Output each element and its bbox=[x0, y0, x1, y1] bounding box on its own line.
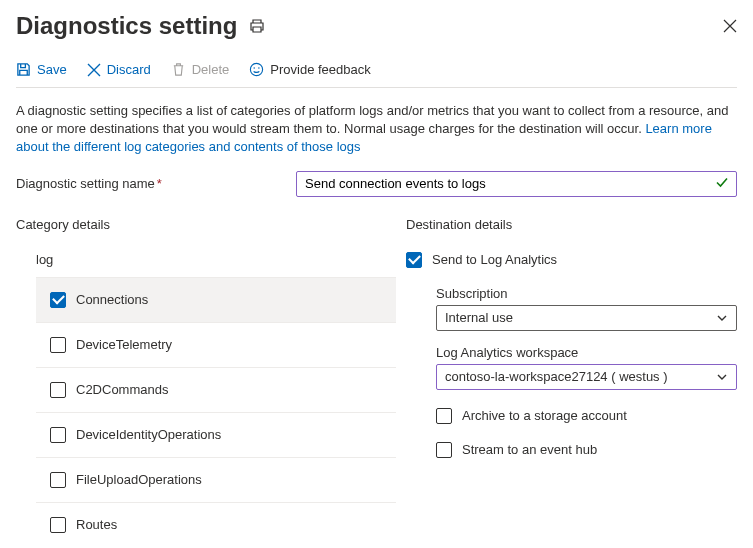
category-device-identity-operations[interactable]: DeviceIdentityOperations bbox=[36, 413, 396, 458]
category-label: FileUploadOperations bbox=[76, 472, 202, 487]
setting-name-input[interactable] bbox=[296, 171, 737, 197]
checkbox-icon[interactable] bbox=[436, 442, 452, 458]
category-details-title: Category details bbox=[16, 217, 396, 232]
discard-button[interactable]: Discard bbox=[87, 62, 151, 77]
description-text: A diagnostic setting specifies a list of… bbox=[16, 102, 737, 157]
subscription-value: Internal use bbox=[445, 310, 513, 325]
archive-storage-label: Archive to a storage account bbox=[462, 408, 627, 423]
save-label: Save bbox=[37, 62, 67, 77]
category-routes[interactable]: Routes bbox=[36, 503, 396, 547]
chevron-down-icon bbox=[716, 312, 728, 324]
category-connections[interactable]: Connections bbox=[36, 278, 396, 323]
svg-point-0 bbox=[251, 63, 263, 75]
category-label: C2DCommands bbox=[76, 382, 168, 397]
feedback-button[interactable]: Provide feedback bbox=[249, 62, 370, 77]
category-label: DeviceIdentityOperations bbox=[76, 427, 221, 442]
checkbox-icon[interactable] bbox=[50, 292, 66, 308]
toolbar: Save Discard Delete Provide feedback bbox=[16, 56, 737, 88]
stream-event-hub-label: Stream to an event hub bbox=[462, 442, 597, 457]
send-log-analytics-label: Send to Log Analytics bbox=[432, 252, 557, 267]
svg-point-2 bbox=[258, 67, 260, 69]
setting-name-label: Diagnostic setting name* bbox=[16, 176, 296, 191]
discard-label: Discard bbox=[107, 62, 151, 77]
svg-point-1 bbox=[254, 67, 256, 69]
delete-button: Delete bbox=[171, 62, 230, 77]
subscription-label: Subscription bbox=[436, 286, 737, 301]
checkbox-icon[interactable] bbox=[50, 517, 66, 533]
checkbox-icon[interactable] bbox=[50, 427, 66, 443]
printer-icon[interactable] bbox=[249, 18, 265, 34]
checkbox-icon[interactable] bbox=[50, 382, 66, 398]
checkbox-icon[interactable] bbox=[50, 337, 66, 353]
send-log-analytics-checkbox[interactable]: Send to Log Analytics bbox=[406, 252, 737, 268]
workspace-dropdown[interactable]: contoso-la-workspace27124 ( westus ) bbox=[436, 364, 737, 390]
required-indicator: * bbox=[157, 176, 162, 191]
category-label: DeviceTelemetry bbox=[76, 337, 172, 352]
category-list: Connections DeviceTelemetry C2DCommands … bbox=[36, 277, 396, 547]
category-label: Routes bbox=[76, 517, 117, 532]
close-icon[interactable] bbox=[723, 19, 737, 33]
category-c2d-commands[interactable]: C2DCommands bbox=[36, 368, 396, 413]
save-button[interactable]: Save bbox=[16, 62, 67, 77]
archive-storage-checkbox[interactable]: Archive to a storage account bbox=[436, 408, 737, 424]
checkbox-icon[interactable] bbox=[406, 252, 422, 268]
destination-details-title: Destination details bbox=[406, 217, 737, 232]
page-title: Diagnostics setting bbox=[16, 12, 237, 40]
checkbox-icon[interactable] bbox=[436, 408, 452, 424]
feedback-label: Provide feedback bbox=[270, 62, 370, 77]
category-file-upload-operations[interactable]: FileUploadOperations bbox=[36, 458, 396, 503]
subscription-dropdown[interactable]: Internal use bbox=[436, 305, 737, 331]
stream-event-hub-checkbox[interactable]: Stream to an event hub bbox=[436, 442, 737, 458]
delete-label: Delete bbox=[192, 62, 230, 77]
workspace-value: contoso-la-workspace27124 ( westus ) bbox=[445, 369, 668, 384]
log-group-label: log bbox=[36, 252, 396, 267]
category-label: Connections bbox=[76, 292, 148, 307]
check-icon bbox=[715, 175, 729, 192]
workspace-label: Log Analytics workspace bbox=[436, 345, 737, 360]
category-device-telemetry[interactable]: DeviceTelemetry bbox=[36, 323, 396, 368]
chevron-down-icon bbox=[716, 371, 728, 383]
checkbox-icon[interactable] bbox=[50, 472, 66, 488]
